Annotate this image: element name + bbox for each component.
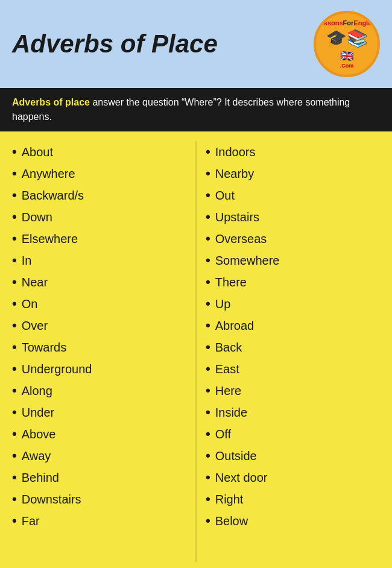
list-item: Near (12, 271, 186, 293)
list-item: Up (206, 293, 380, 315)
list-item: Far (12, 510, 186, 532)
list-item: Back (206, 336, 380, 358)
description-highlight: Adverbs of place (12, 97, 90, 107)
right-list: IndoorsNearbyOutUpstairsOverseasSomewher… (206, 141, 380, 532)
list-item: Below (206, 510, 380, 532)
list-item: Out (206, 185, 380, 206)
list-item: About (12, 141, 186, 163)
list-item: Somewhere (206, 250, 380, 271)
logo-books-icon: 🎓📚 (326, 28, 368, 48)
page-title: Adverbs of Place (12, 30, 218, 58)
logo: LessonsForEnglish 🎓📚 🇬🇧 .Com (314, 11, 380, 77)
logo-flag-icon: 🇬🇧 (340, 49, 353, 63)
list-item: Underground (12, 358, 186, 380)
list-item: In (12, 250, 186, 271)
list-item: Under (12, 402, 186, 423)
list-item: Here (206, 380, 380, 402)
logo-text-top: LessonsForEnglish (316, 19, 378, 27)
column-divider (195, 141, 197, 562)
logo-text-bottom: .Com (340, 63, 354, 69)
list-item: Abroad (206, 315, 380, 336)
header: Adverbs of Place LessonsForEnglish 🎓📚 🇬🇧… (0, 0, 392, 88)
right-column: IndoorsNearbyOutUpstairsOverseasSomewher… (200, 141, 386, 562)
list-item: Off (206, 423, 380, 445)
list-item: Anywhere (12, 163, 186, 185)
list-item: Downstairs (12, 488, 186, 510)
list-item: Outside (206, 445, 380, 467)
list-item: Over (12, 315, 186, 336)
list-item: East (206, 358, 380, 380)
list-item: Nearby (206, 163, 380, 185)
list-item: Away (12, 445, 186, 467)
list-item: Upstairs (206, 206, 380, 228)
list-item: Behind (12, 467, 186, 488)
list-item: Elsewhere (12, 228, 186, 250)
list-item: Next door (206, 467, 380, 488)
list-item: Right (206, 488, 380, 510)
list-item: Inside (206, 402, 380, 423)
list-item: Along (12, 380, 186, 402)
list-item: Above (12, 423, 186, 445)
description-bar: Adverbs of place answer the question “Wh… (0, 88, 392, 131)
main-content: AboutAnywhereBackward/sDownElsewhereInNe… (0, 131, 392, 568)
left-column: AboutAnywhereBackward/sDownElsewhereInNe… (6, 141, 192, 562)
list-item: Towards (12, 336, 186, 358)
list-item: Indoors (206, 141, 380, 163)
list-item: There (206, 271, 380, 293)
list-item: On (12, 293, 186, 315)
list-item: Backward/s (12, 185, 186, 206)
left-list: AboutAnywhereBackward/sDownElsewhereInNe… (12, 141, 186, 532)
list-item: Down (12, 206, 186, 228)
list-item: Overseas (206, 228, 380, 250)
